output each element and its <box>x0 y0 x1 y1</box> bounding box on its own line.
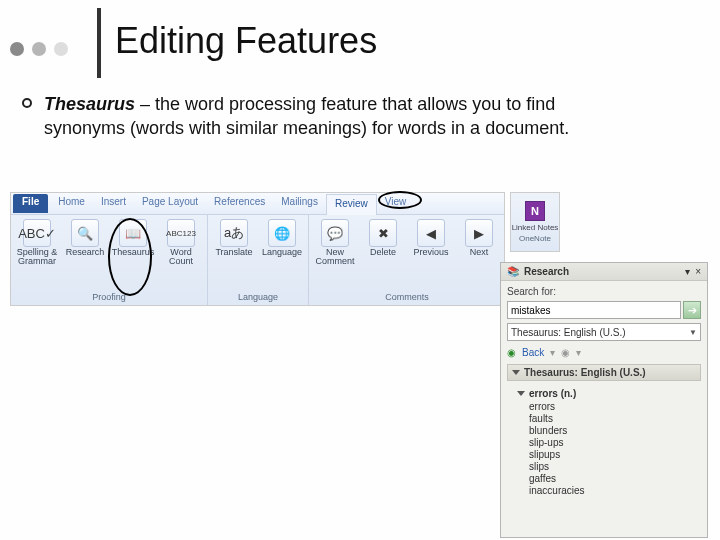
annotation-circle-review <box>378 191 422 209</box>
btn-prev-comment[interactable]: ◀Previous <box>409 219 453 257</box>
result-item[interactable]: slipups <box>517 449 701 460</box>
tab-home[interactable]: Home <box>50 193 93 214</box>
onenote-label: Linked Notes <box>512 223 559 232</box>
chevron-down-icon[interactable]: ▾ <box>576 347 581 358</box>
book-icon: 📚 <box>507 266 519 277</box>
tab-mailings[interactable]: Mailings <box>273 193 326 214</box>
results-list: errors (n.) errors faults blunders slip-… <box>507 385 701 498</box>
ribbon-tabs: File Home Insert Page Layout References … <box>11 193 504 215</box>
slide: Editing Features Thesaurus – the word pr… <box>0 0 720 540</box>
search-input[interactable] <box>507 301 681 319</box>
source-select[interactable]: Thesaurus: English (U.S.) ▼ <box>507 323 701 341</box>
delete-icon: ✖ <box>369 219 397 247</box>
search-label: Search for: <box>507 286 701 297</box>
group-label-proofing: Proofing <box>15 292 203 303</box>
bullet-text: Thesaurus – the word processing feature … <box>44 92 604 141</box>
onenote-icon[interactable]: N <box>525 201 545 221</box>
result-item[interactable]: slips <box>517 461 701 472</box>
source-value: Thesaurus: English (U.S.) <box>511 327 626 338</box>
close-icon[interactable]: × <box>695 266 701 277</box>
pane-nav: ◉ Back ▾ ◉ ▾ <box>507 345 701 360</box>
section-header[interactable]: Thesaurus: English (U.S.) <box>507 364 701 381</box>
btn-spelling-grammar[interactable]: ABC✓Spelling & Grammar <box>15 219 59 267</box>
result-item[interactable]: gaffes <box>517 473 701 484</box>
tab-page-layout[interactable]: Page Layout <box>134 193 206 214</box>
group-label-comments: Comments <box>313 292 501 303</box>
annotation-circle-thesaurus <box>108 218 152 296</box>
section-title: Thesaurus: English (U.S.) <box>524 367 646 378</box>
pane-title: Research <box>524 266 569 277</box>
chevron-down-icon: ▼ <box>689 328 697 337</box>
dot-2 <box>32 42 46 56</box>
btn-research[interactable]: 🔍Research <box>63 219 107 257</box>
research-pane: 📚 Research ▾ × Search for: ➔ Thesaurus: … <box>500 262 708 538</box>
language-icon: 🌐 <box>268 219 296 247</box>
btn-language[interactable]: 🌐Language <box>260 219 304 257</box>
result-item[interactable]: blunders <box>517 425 701 436</box>
previous-icon: ◀ <box>417 219 445 247</box>
onenote-group-label: OneNote <box>519 234 551 243</box>
result-item[interactable]: slip-ups <box>517 437 701 448</box>
back-link[interactable]: Back <box>522 347 544 358</box>
page-title: Editing Features <box>115 20 377 62</box>
collapse-icon <box>517 391 525 396</box>
translate-icon: aあ <box>220 219 248 247</box>
result-item[interactable]: faults <box>517 413 701 424</box>
chevron-down-icon[interactable]: ▾ <box>550 347 555 358</box>
result-item[interactable]: errors <box>517 401 701 412</box>
dot-1 <box>10 42 24 56</box>
btn-translate[interactable]: aあTranslate <box>212 219 256 257</box>
tab-insert[interactable]: Insert <box>93 193 134 214</box>
collapse-icon <box>512 370 520 375</box>
result-group-header[interactable]: errors (n.) <box>517 387 701 400</box>
group-comments: 💬New Comment ✖Delete ◀Previous ▶Next Com… <box>309 215 505 305</box>
term: Thesaurus <box>44 94 135 114</box>
wordcount-icon: ABC123 <box>167 219 195 247</box>
forward-icon[interactable]: ◉ <box>561 347 570 358</box>
btn-delete-comment[interactable]: ✖Delete <box>361 219 405 257</box>
decor-vline <box>97 8 101 78</box>
dot-3 <box>54 42 68 56</box>
next-icon: ▶ <box>465 219 493 247</box>
pane-header: 📚 Research ▾ × <box>501 263 707 281</box>
btn-new-comment[interactable]: 💬New Comment <box>313 219 357 267</box>
ribbon-groups: ABC✓Spelling & Grammar 🔍Research 📖Thesau… <box>11 215 504 305</box>
btn-next-comment[interactable]: ▶Next <box>457 219 501 257</box>
bullet-marker <box>22 98 32 108</box>
back-icon[interactable]: ◉ <box>507 347 516 358</box>
tab-review[interactable]: Review <box>326 194 377 215</box>
group-label-language: Language <box>212 292 304 303</box>
tab-references[interactable]: References <box>206 193 273 214</box>
new-comment-icon: 💬 <box>321 219 349 247</box>
onenote-group: N Linked Notes OneNote <box>510 192 560 252</box>
research-icon: 🔍 <box>71 219 99 247</box>
tab-file[interactable]: File <box>13 194 48 213</box>
spellcheck-icon: ABC✓ <box>23 219 51 247</box>
word-ribbon: File Home Insert Page Layout References … <box>10 192 505 306</box>
btn-word-count[interactable]: ABC123Word Count <box>159 219 203 267</box>
bullet-item: Thesaurus – the word processing feature … <box>22 92 604 141</box>
decor-dots <box>10 42 68 56</box>
search-go-button[interactable]: ➔ <box>683 301 701 319</box>
group-language: aあTranslate 🌐Language Language <box>208 215 309 305</box>
chevron-down-icon[interactable]: ▾ <box>685 266 690 277</box>
result-item[interactable]: inaccuracies <box>517 485 701 496</box>
